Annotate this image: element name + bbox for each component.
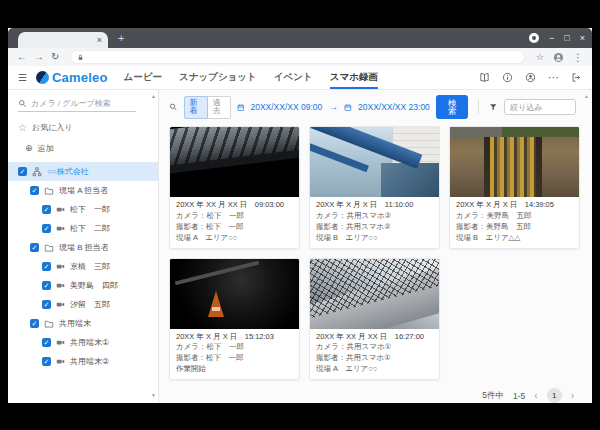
folder-icon	[44, 243, 54, 253]
browser-tab[interactable]: ×	[18, 32, 108, 48]
search-button[interactable]: 検索	[436, 95, 469, 119]
recording-camera: カメラ：美野島 五郎	[456, 211, 573, 222]
recording-note: 現場 B エリア○○	[316, 233, 433, 244]
cameleo-logo-mark	[36, 71, 49, 84]
tree-item-company[interactable]: ✓ ○○株式会社	[8, 162, 158, 181]
recording-card[interactable]: 20XX 年 X 月 X 日 14:39:05 カメラ：美野島 五郎 撮影者：美…	[449, 126, 580, 249]
pagination-prev-icon[interactable]: ‹	[534, 391, 537, 401]
checkbox[interactable]: ✓	[42, 281, 51, 290]
calendar-icon[interactable]	[237, 103, 245, 112]
calendar-icon[interactable]	[344, 103, 352, 112]
checkbox[interactable]: ✓	[18, 167, 27, 176]
tree-item-label: 汐留 五郎	[70, 299, 110, 310]
photo-thumbnail[interactable]	[170, 259, 299, 329]
window-close-button[interactable]: ×	[580, 34, 585, 43]
pagination-next-icon[interactable]: ›	[571, 391, 574, 401]
new-tab-button[interactable]: +	[118, 33, 124, 44]
camera-group-search[interactable]	[18, 99, 136, 112]
checkbox[interactable]: ✓	[42, 262, 51, 271]
photo-thumbnail[interactable]	[170, 127, 299, 197]
tree-item-group-b[interactable]: ✓ 現場 B 担当者	[8, 238, 158, 257]
tree-item-camera[interactable]: ✓ 美野島 四郎	[8, 276, 158, 295]
window-minimize-button[interactable]: −	[549, 34, 554, 43]
cameleo-logo[interactable]: Cameleo	[36, 70, 108, 85]
filter-input[interactable]	[504, 99, 576, 115]
recording-card[interactable]: 20XX 年 XX 月 XX 日 09:03:00 カメラ：松下 一郎 撮影者：…	[169, 126, 300, 249]
tree-item-label: 共用端末②	[70, 356, 109, 367]
tree-item-camera[interactable]: ✓ 京橋 三郎	[8, 257, 158, 276]
pagination-page-1[interactable]: 1	[547, 388, 562, 403]
checkbox[interactable]: ✓	[42, 338, 51, 347]
main-nav: ムービー スナップショット イベント スマホ録画	[124, 66, 378, 89]
photo-thumbnail[interactable]	[310, 259, 439, 329]
recording-photographer: 撮影者：共用スマホ①	[316, 353, 433, 364]
manual-book-icon[interactable]	[479, 72, 490, 83]
browser-reload-button[interactable]: ↻	[51, 52, 59, 62]
favorites-label: お気に入り	[32, 122, 73, 133]
mode-new-button[interactable]: 新着	[184, 96, 208, 119]
toolbar-divider	[478, 100, 479, 114]
checkbox[interactable]: ✓	[30, 319, 39, 328]
checkbox[interactable]: ✓	[42, 205, 51, 214]
date-from-field[interactable]: 20XX/XX/XX 09:00	[250, 102, 322, 112]
info-icon[interactable]	[502, 72, 513, 83]
camera-group-search-input[interactable]	[31, 99, 131, 108]
window-maximize-button[interactable]: □	[564, 34, 569, 43]
checkbox[interactable]: ✓	[42, 300, 51, 309]
recording-camera: カメラ：共用スマホ①	[316, 342, 433, 353]
tree-item-shared-terminals[interactable]: ✓ 共用端末	[8, 314, 158, 333]
tab-search-icon[interactable]	[529, 33, 539, 43]
browser-tab-bar: × + − □ ×	[8, 28, 592, 48]
browser-menu-icon[interactable]: ⋮	[573, 52, 583, 63]
tree-item-camera[interactable]: ✓ 松下 一郎	[8, 200, 158, 219]
sidebar-scroll-down-icon[interactable]: ▼	[151, 392, 156, 398]
checkbox[interactable]: ✓	[30, 243, 39, 252]
tree-item-group-a[interactable]: ✓ 現場 A 担当者	[8, 181, 158, 200]
tab-close-icon[interactable]: ×	[97, 36, 102, 45]
pagination: 5件中 1-5 ‹ 1 ›	[169, 380, 576, 411]
nav-tab-smartphone-recording[interactable]: スマホ録画	[330, 66, 378, 89]
sidebar-scroll-up-icon[interactable]: ▲	[151, 93, 156, 99]
videocam-icon	[56, 205, 65, 214]
account-icon[interactable]	[525, 72, 536, 83]
more-options-icon[interactable]: ⋯	[548, 72, 559, 83]
nav-tab-movie[interactable]: ムービー	[124, 66, 162, 89]
recording-card[interactable]: 20XX 年 XX 月 XX 日 16:27:00 カメラ：共用スマホ① 撮影者…	[309, 258, 440, 381]
mode-past-button[interactable]: 過去	[208, 96, 231, 119]
tree-item-camera[interactable]: ✓ 汐留 五郎	[8, 295, 158, 314]
photo-thumbnail[interactable]	[450, 127, 579, 197]
tree-item-camera[interactable]: ✓ 松下 二郎	[8, 219, 158, 238]
url-field[interactable]	[70, 50, 525, 64]
filter-funnel-icon[interactable]	[489, 102, 498, 112]
recording-photographer: 撮影者：共用スマホ②	[316, 222, 433, 233]
tree-item-camera[interactable]: ✓ 共用端末①	[8, 333, 158, 352]
search-toolbar: 新着 過去 20XX/XX/XX 09:00 → 20XX/XX/XX 23:0…	[169, 97, 576, 117]
recording-timestamp: 20XX 年 X 月 X 日 14:39:05	[456, 200, 573, 211]
recording-photographer: 撮影者：松下 一郎	[176, 222, 293, 233]
profile-avatar[interactable]	[553, 52, 564, 63]
logout-icon[interactable]	[571, 72, 582, 83]
photo-thumbnail[interactable]	[310, 127, 439, 197]
bookmark-star-icon[interactable]: ☆	[536, 52, 544, 62]
recording-timestamp: 20XX 年 XX 月 XX 日 09:03:00	[176, 200, 293, 211]
favorites-star-icon: ☆	[18, 123, 27, 133]
date-to-field[interactable]: 20XX/XX/XX 23:00	[358, 102, 430, 112]
recording-card[interactable]: 20XX 年 X 月 X 日 11:10:00 カメラ：共用スマホ② 撮影者：共…	[309, 126, 440, 249]
add-button[interactable]: ⊕ 追加	[25, 143, 148, 154]
cameleo-logo-text: Cameleo	[52, 70, 108, 85]
recordings-panel: ▲ 新着 過去 20XX/XX/XX 09:00 → 20XX/XX/XX 23…	[159, 90, 592, 403]
checkbox[interactable]: ✓	[42, 357, 51, 366]
recording-note: 現場 A エリア○○	[176, 233, 293, 244]
browser-forward-button[interactable]: →	[34, 52, 44, 62]
camera-tree-sidebar: ▲ ☆ お気に入り ⊕ 追加 ✓	[8, 90, 159, 403]
favorites-item[interactable]: ☆ お気に入り	[18, 122, 148, 133]
tree-item-camera[interactable]: ✓ 共用端末②	[8, 352, 158, 371]
browser-back-button[interactable]: ←	[17, 52, 27, 62]
sidebar-toggle-icon[interactable]: ☰	[18, 72, 27, 83]
nav-tab-snapshot[interactable]: スナップショット	[179, 66, 257, 89]
checkbox[interactable]: ✓	[30, 186, 39, 195]
checkbox[interactable]: ✓	[42, 224, 51, 233]
nav-tab-event[interactable]: イベント	[274, 66, 313, 89]
main-scroll-up-icon[interactable]: ▲	[584, 93, 589, 99]
recording-card[interactable]: 20XX 年 X 月 X 日 15:12:03 カメラ：松下 一郎 撮影者：松下…	[169, 258, 300, 381]
